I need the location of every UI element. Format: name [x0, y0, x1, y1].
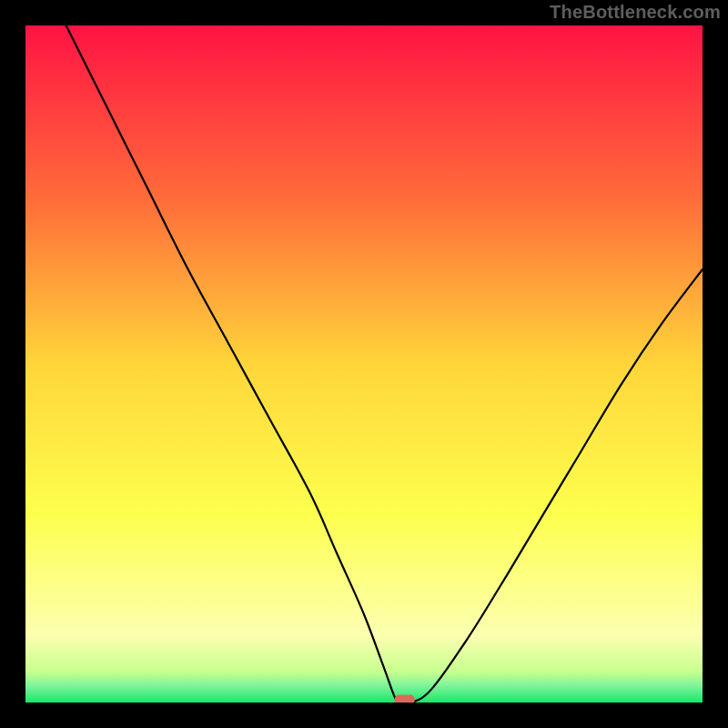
svg-rect-2 — [0, 0, 25, 728]
bottleneck-chart — [25, 25, 703, 703]
svg-rect-3 — [703, 0, 728, 728]
optimal-marker — [395, 695, 415, 703]
watermark-text: TheBottleneck.com — [550, 2, 721, 23]
plot-area — [25, 25, 703, 703]
stage: TheBottleneck.com — [0, 0, 728, 728]
gradient-background — [25, 25, 703, 703]
svg-rect-1 — [0, 703, 728, 728]
